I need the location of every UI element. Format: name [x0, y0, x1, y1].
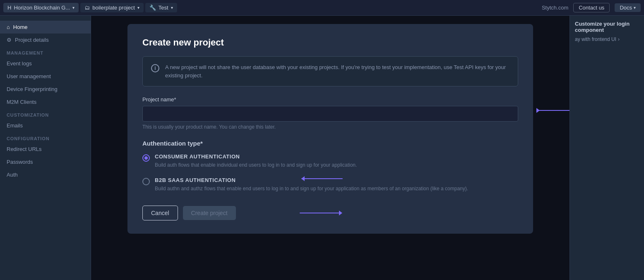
stytch-link[interactable]: Stytch.com [542, 5, 568, 11]
create-project-button[interactable]: Create project [183, 206, 236, 220]
docs-button[interactable]: Docs ▾ [615, 3, 641, 12]
chevron-right-icon: › [618, 36, 620, 42]
sidebar-item-emails[interactable]: Emails [0, 119, 91, 132]
b2b-auth-desc: Build authn and authz flows that enable … [155, 185, 468, 192]
sidebar-item-passwords[interactable]: Passwords [0, 156, 91, 168]
brand-icon: H [7, 5, 11, 11]
project-name-label: Project name* [142, 96, 518, 103]
sidebar-item-user-management[interactable]: User management [0, 70, 91, 83]
sidebar-item-project-details[interactable]: ⚙ Project details [0, 34, 91, 46]
home-icon: ⌂ [7, 24, 10, 30]
project-chevron-icon: ▾ [137, 5, 139, 10]
info-box: i A new project will not share the user … [142, 56, 518, 86]
create-arrow-indicator [300, 211, 342, 215]
b2b-auth-option[interactable]: B2B SAAS AUTHENTICATION Build authn and … [142, 177, 518, 192]
main-layout: ⌂ Home ⚙ Project details Management Even… [0, 16, 644, 280]
modal-footer: Cancel Create project [142, 206, 518, 220]
consumer-auth-option[interactable]: CONSUMER AUTHENTICATION Build auth flows… [142, 153, 518, 169]
input-arrow-line [537, 110, 570, 111]
sidebar-item-device-fingerprinting[interactable]: Device Fingerprinting [0, 83, 91, 96]
consumer-auth-label: CONSUMER AUTHENTICATION [155, 153, 357, 160]
info-text: A new project will not share the user da… [165, 63, 509, 79]
input-arrow-head [536, 108, 540, 113]
env-label: Test [159, 5, 168, 11]
project-label: boilerplate project [92, 5, 135, 11]
consumer-arrow-line [301, 178, 343, 179]
sidebar-item-redirect-urls[interactable]: Redirect URLs [0, 143, 91, 156]
auth-type-label: Authentication type* [142, 140, 518, 147]
sidebar-item-auth[interactable]: Auth [0, 168, 91, 181]
modal-title: Create new project [142, 37, 518, 48]
sidebar-item-event-logs[interactable]: Event logs [0, 57, 91, 70]
input-arrow-indicator [537, 110, 570, 111]
create-project-modal: Create new project i A new project will … [127, 24, 533, 234]
modal-overlay: Create new project i A new project will … [91, 16, 570, 280]
right-panel: Customize your login component ay with f… [570, 16, 644, 280]
consumer-arrow-indicator [301, 178, 343, 179]
consumer-arrow-head [301, 176, 305, 181]
right-panel-link[interactable]: ay with frontend UI › [575, 36, 639, 42]
env-selector[interactable]: 🔧 Test ▾ [145, 3, 177, 12]
project-name-input[interactable] [142, 106, 518, 122]
consumer-radio-button[interactable] [142, 154, 150, 162]
customization-section-label: Customization [0, 108, 91, 119]
configuration-section-label: Configuration [0, 132, 91, 143]
create-arrow-head [339, 211, 342, 215]
project-name-hint: This is usually your product name. You c… [142, 124, 518, 130]
right-panel-title: Customize your login component [575, 21, 639, 33]
env-chevron-icon: ▾ [171, 5, 173, 10]
project-selector[interactable]: 🗂 boilerplate project ▾ [80, 3, 144, 12]
docs-chevron-icon: ▾ [634, 5, 636, 10]
contact-us-button[interactable]: Contact us [573, 3, 610, 12]
project-icon: 🗂 [84, 5, 90, 11]
consumer-auth-desc: Build auth flows that enable individual … [155, 161, 357, 169]
sidebar-item-m2m-clients[interactable]: M2M Clients [0, 96, 91, 108]
env-icon: 🔧 [149, 5, 156, 11]
brand-chevron-icon: ▾ [72, 5, 74, 10]
create-arrow-line [300, 213, 339, 213]
b2b-radio-button[interactable] [142, 178, 150, 185]
sidebar-item-home[interactable]: ⌂ Home [0, 21, 91, 34]
management-section-label: Management [0, 46, 91, 57]
sidebar: ⌂ Home ⚙ Project details Management Even… [0, 16, 91, 280]
settings-icon: ⚙ [7, 37, 12, 43]
cancel-button[interactable]: Cancel [142, 206, 178, 220]
content-area: Create new project i A new project will … [91, 16, 570, 280]
info-icon: i [151, 64, 159, 72]
brand-selector[interactable]: H Horizon Blockchain G... ▾ [3, 3, 79, 12]
nav-right: Stytch.com Contact us Docs ▾ [542, 3, 641, 12]
top-nav: H Horizon Blockchain G... ▾ 🗂 boilerplat… [0, 0, 644, 16]
brand-label: Horizon Blockchain G... [14, 5, 70, 11]
